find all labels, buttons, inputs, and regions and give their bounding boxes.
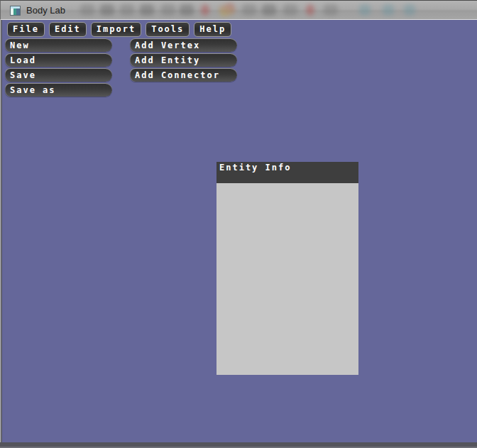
file-menu-dropdown: New Load Save Save as — [5, 38, 112, 97]
menu-bar: File Edit Import Tools Help — [7, 22, 231, 37]
menu-help[interactable]: Help — [194, 22, 231, 37]
menu-item-add-connector[interactable]: Add Connector — [130, 68, 237, 82]
window-title: Body Lab — [26, 5, 65, 16]
app-window: Body Lab File Edit Import Tools Help New… — [0, 0, 477, 448]
entity-info-title: Entity Info — [219, 163, 291, 173]
titlebar-reflection — [306, 4, 314, 16]
menu-item-load[interactable]: Load — [5, 53, 112, 67]
menu-edit[interactable]: Edit — [49, 22, 87, 37]
titlebar-reflection — [80, 4, 94, 16]
menu-item-add-entity[interactable]: Add Entity — [130, 53, 237, 67]
menu-file[interactable]: File — [7, 22, 45, 37]
entity-info-body — [216, 183, 358, 375]
titlebar-reflection — [218, 2, 236, 18]
titlebar-reflection — [383, 4, 394, 16]
titlebar-reflection — [140, 4, 154, 16]
menu-tools[interactable]: Tools — [146, 22, 190, 37]
client-area: File Edit Import Tools Help New Load Sav… — [2, 20, 477, 442]
titlebar-reflection — [120, 4, 134, 16]
titlebar-reflection — [359, 4, 371, 16]
titlebar-reflection — [283, 4, 297, 16]
titlebar-reflection — [262, 4, 276, 16]
titlebar-reflection — [242, 4, 256, 16]
titlebar-reflection — [161, 4, 175, 16]
titlebar-reflection — [201, 4, 209, 16]
menu-import[interactable]: Import — [91, 22, 141, 37]
titlebar-reflection — [324, 4, 338, 16]
entity-info-header: Entity Info — [216, 162, 358, 183]
window-border-bottom — [0, 442, 477, 448]
app-icon — [10, 6, 21, 16]
titlebar-reflection — [404, 4, 415, 16]
entity-info-panel: Entity Info — [216, 162, 358, 375]
titlebar[interactable]: Body Lab — [0, 0, 477, 20]
menu-item-add-vertex[interactable]: Add Vertex — [130, 38, 237, 52]
menu-item-new[interactable]: New — [5, 38, 112, 52]
titlebar-reflection — [180, 4, 194, 16]
tools-menu-dropdown: Add Vertex Add Entity Add Connector — [130, 38, 237, 82]
menu-item-save[interactable]: Save — [5, 68, 112, 82]
menu-item-save-as[interactable]: Save as — [5, 83, 112, 97]
titlebar-reflection — [100, 4, 114, 16]
